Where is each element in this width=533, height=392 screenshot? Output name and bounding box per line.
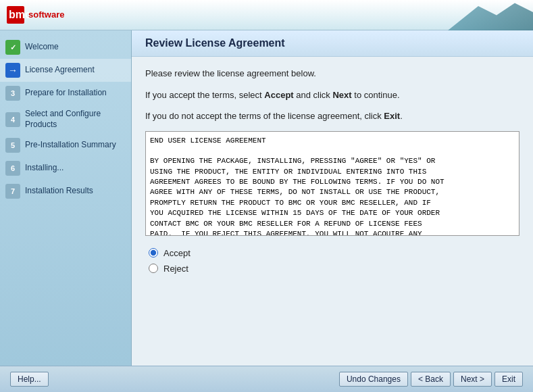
sidebar-item-select-label: Select and Configure Products: [25, 109, 126, 130]
accept-radio-label: Accept: [163, 248, 191, 258]
sidebar-item-prepare-label: Prepare for Installation: [25, 88, 107, 99]
back-button[interactable]: < Back: [411, 372, 451, 387]
reject-radio[interactable]: [149, 264, 158, 273]
main-layout: ✓ Welcome → License Agreement 3 Prepare …: [0, 30, 533, 366]
header-decoration: [411, 0, 533, 30]
sidebar-item-preinstall-label: Pre-Installation Summary: [25, 140, 116, 151]
sidebar-item-welcome-label: Welcome: [25, 42, 59, 53]
app-header: bmc software: [0, 0, 533, 30]
sidebar-item-results-label: Installation Results: [25, 186, 93, 197]
sidebar-item-prepare[interactable]: 3 Prepare for Installation: [0, 82, 131, 105]
preinstall-step-icon: 5: [5, 138, 20, 153]
sidebar-item-preinstall[interactable]: 5 Pre-Installation Summary: [0, 134, 131, 157]
undo-changes-button[interactable]: Undo Changes: [339, 372, 408, 387]
sidebar-item-installing-label: Installing...: [25, 163, 64, 174]
sidebar-item-installing[interactable]: 6 Installing...: [0, 157, 131, 180]
exit-keyword: Exit: [384, 111, 400, 121]
agreement-radio-group: Accept Reject: [145, 248, 519, 274]
reject-radio-label: Reject: [163, 264, 188, 274]
accept-radio-item[interactable]: Accept: [149, 248, 519, 258]
sidebar-item-select[interactable]: 4 Select and Configure Products: [0, 105, 131, 134]
reject-radio-item[interactable]: Reject: [149, 264, 519, 274]
sidebar-item-license[interactable]: → License Agreement: [0, 59, 131, 82]
sidebar-item-license-label: License Agreement: [25, 65, 95, 76]
results-step-icon: 7: [5, 184, 20, 199]
exit-button[interactable]: Exit: [494, 372, 523, 387]
license-text-area[interactable]: [145, 131, 519, 236]
footer-left: Help...: [10, 372, 49, 387]
instruction-3: If you do not accept the terms of the li…: [145, 109, 519, 123]
sidebar-item-welcome[interactable]: ✓ Welcome: [0, 36, 131, 59]
installing-step-icon: 6: [5, 161, 20, 176]
footer-right: Undo Changes < Back Next > Exit: [339, 372, 523, 387]
welcome-step-icon: ✓: [5, 40, 20, 55]
content-area: Review License Agreement Please review t…: [132, 30, 533, 366]
next-keyword: Next: [332, 90, 351, 100]
prepare-step-icon: 3: [5, 86, 20, 101]
license-step-icon: →: [5, 63, 20, 78]
footer: Help... Undo Changes < Back Next > Exit: [0, 366, 533, 392]
instruction-2: If you accept the terms, select Accept a…: [145, 89, 519, 102]
content-body: Please review the license agreement belo…: [132, 57, 533, 366]
help-button[interactable]: Help...: [10, 372, 49, 387]
sidebar: ✓ Welcome → License Agreement 3 Prepare …: [0, 30, 132, 366]
page-title: Review License Agreement: [145, 37, 519, 49]
accept-radio[interactable]: [149, 248, 158, 258]
content-header: Review License Agreement: [132, 30, 533, 57]
instruction-1: Please review the license agreement belo…: [145, 67, 519, 80]
sidebar-item-results[interactable]: 7 Installation Results: [0, 180, 131, 203]
bmc-logo: bmc software: [7, 5, 95, 25]
select-step-icon: 4: [5, 112, 20, 127]
accept-keyword: Accept: [264, 90, 293, 100]
svg-text:software: software: [28, 9, 64, 20]
next-button[interactable]: Next >: [453, 372, 492, 387]
